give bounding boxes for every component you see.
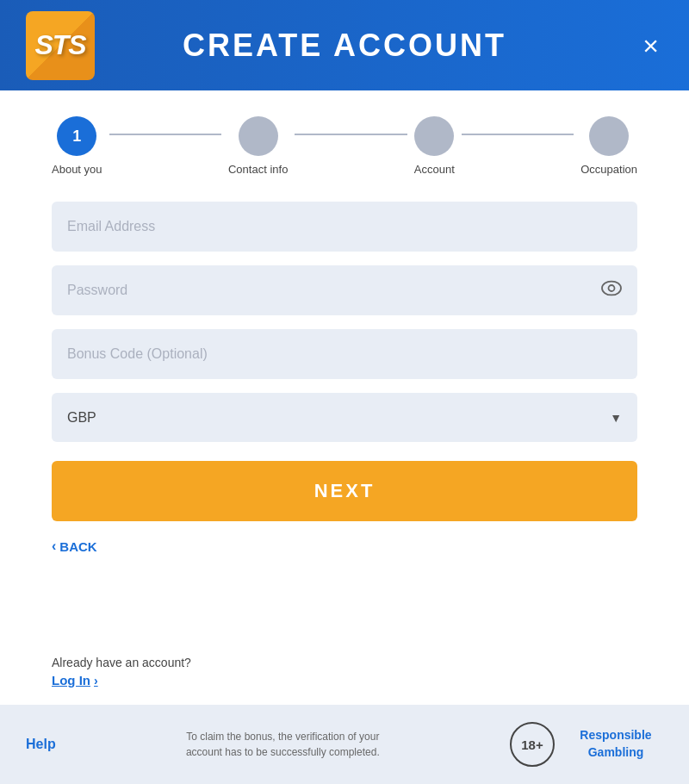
- back-chevron-icon: ‹: [52, 538, 56, 554]
- step-circle-3: [414, 116, 454, 156]
- back-link[interactable]: ‹ BACK: [52, 538, 637, 554]
- step-line-1: [109, 134, 221, 135]
- help-link[interactable]: Help: [26, 737, 56, 752]
- form-area: GBP USD EUR ▼ NEXT ‹ BACK: [0, 193, 689, 656]
- login-area: Already have an account? Log In ›: [0, 656, 689, 705]
- next-button[interactable]: NEXT: [52, 461, 637, 521]
- logo-container: STS: [26, 11, 95, 80]
- responsible-gambling-link[interactable]: Responsible Gambling: [568, 727, 663, 761]
- modal-container: STS CREATE ACCOUNT × 1 About you Contact…: [0, 0, 689, 784]
- step-label-1: About you: [52, 163, 102, 176]
- step-line-2: [295, 134, 407, 135]
- bonus-code-field[interactable]: [52, 329, 637, 379]
- email-field[interactable]: [52, 202, 637, 252]
- already-account-text: Already have an account?: [52, 656, 637, 669]
- svg-point-0: [602, 282, 621, 296]
- step-circle-2: [239, 116, 278, 156]
- steps-row: 1 About you Contact info Account: [52, 116, 637, 176]
- step-4: Occupation: [580, 116, 637, 176]
- stepper: 1 About you Contact info Account: [0, 90, 689, 193]
- currency-select[interactable]: GBP USD EUR: [52, 393, 637, 442]
- logo-text: STS: [34, 29, 85, 61]
- step-3: Account: [414, 116, 455, 176]
- close-button[interactable]: ×: [638, 28, 663, 64]
- toggle-password-icon[interactable]: [601, 281, 622, 301]
- footer-disclaimer: To claim the bonus, the verification of …: [171, 729, 394, 760]
- footer: Help To claim the bonus, the verificatio…: [0, 705, 689, 784]
- age-badge: 18+: [510, 722, 555, 767]
- password-wrapper: [52, 265, 637, 315]
- step-line-3: [462, 134, 574, 135]
- step-label-2: Contact info: [228, 163, 288, 176]
- logo-background: STS: [26, 11, 95, 80]
- svg-point-1: [609, 285, 615, 291]
- currency-select-wrapper: GBP USD EUR ▼: [52, 393, 637, 442]
- step-circle-1: 1: [57, 116, 96, 156]
- step-circle-4: [589, 116, 629, 156]
- header-title: CREATE ACCOUNT: [183, 28, 506, 64]
- footer-right: 18+ Responsible Gambling: [510, 722, 663, 767]
- step-label-3: Account: [414, 163, 455, 176]
- password-field[interactable]: [52, 265, 637, 315]
- step-2: Contact info: [228, 116, 288, 176]
- login-link[interactable]: Log In ›: [52, 673, 637, 688]
- header: STS CREATE ACCOUNT ×: [0, 0, 689, 90]
- login-chevron-icon: ›: [94, 674, 98, 688]
- step-1: 1 About you: [52, 116, 102, 176]
- step-label-4: Occupation: [580, 163, 637, 176]
